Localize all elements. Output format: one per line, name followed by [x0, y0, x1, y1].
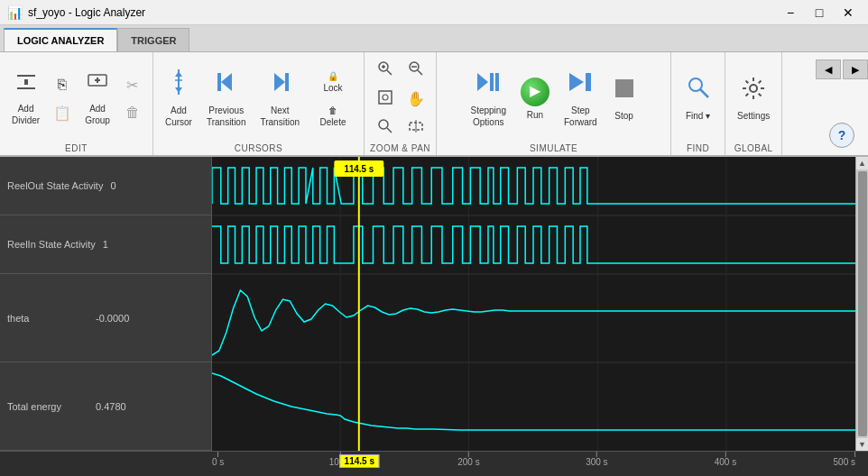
maximize-button[interactable]: □ — [807, 4, 832, 22]
zoom-in-button[interactable] — [371, 57, 400, 84]
tab-trigger[interactable]: TRIGGER — [117, 28, 189, 51]
signal-value-energy: 0.4780 — [96, 401, 126, 412]
svg-rect-0 — [17, 75, 35, 77]
ribbon-nav-left[interactable]: ◀ — [816, 60, 841, 79]
cut-button[interactable]: ✂ — [118, 71, 147, 98]
tick-500s: 500 s — [834, 452, 855, 467]
ribbon-group-edit: AddDivider ⎘ 📋 AddGroup — [0, 52, 153, 155]
window-controls: − □ ✕ — [778, 4, 861, 22]
lock-icon: 🔒 — [328, 70, 338, 82]
svg-marker-10 — [221, 73, 232, 91]
find-group-label: FIND — [677, 142, 719, 153]
find-button[interactable]: Find ▾ — [679, 68, 716, 131]
lock-button[interactable]: 🔒 Lock — [311, 67, 355, 97]
run-icon: ▶ — [521, 78, 549, 106]
paste-button[interactable]: 📋 — [48, 99, 77, 126]
close-button[interactable]: ✕ — [836, 4, 861, 22]
cursors-group-label: CURSORS — [159, 142, 358, 153]
next-transition-icon — [267, 69, 292, 102]
svg-marker-30 — [569, 73, 584, 91]
svg-text:114.5 s: 114.5 s — [344, 164, 374, 174]
help-button[interactable]: ? — [829, 123, 854, 148]
stop-icon — [612, 76, 637, 108]
find-buttons: Find ▾ — [677, 56, 719, 142]
svg-marker-12 — [274, 73, 285, 91]
ribbon-group-simulate: SteppingOptions ▶ Run StepForward Stop — [437, 52, 671, 155]
signal-name-theta: theta — [7, 313, 88, 324]
cut-icon: ✂ — [126, 77, 138, 94]
simulate-group-label: SIMULATE — [442, 142, 665, 153]
svg-rect-1 — [17, 87, 35, 89]
svg-line-34 — [700, 89, 708, 97]
next-transition-button[interactable]: NextTransition — [254, 68, 306, 131]
copy-icon: ⎘ — [58, 77, 67, 93]
step-forward-button[interactable]: StepForward — [558, 68, 604, 131]
svg-rect-13 — [285, 73, 289, 91]
signal-value-theta: -0.0000 — [96, 313, 129, 324]
run-button[interactable]: ▶ Run — [514, 68, 556, 131]
svg-rect-29 — [495, 73, 499, 91]
tab-logic-analyzer[interactable]: LOGIC ANALYZER — [4, 28, 117, 51]
signal-panel: ReelOut State Activity 0 ReelIn State Ac… — [0, 157, 212, 451]
add-group-button[interactable]: AddGroup — [78, 68, 116, 131]
zoom-fit-icon — [377, 89, 393, 109]
global-group-label: GLOBAL — [731, 142, 776, 153]
waveform-svg: 114.5 s — [212, 157, 855, 451]
svg-marker-8 — [175, 87, 182, 93]
zoom-out2-icon — [377, 118, 393, 138]
ribbon-nav-right[interactable]: ▶ — [843, 60, 868, 79]
zoom-in-icon — [377, 60, 393, 80]
find-icon — [687, 76, 710, 108]
ribbon-group-cursors: AddCursor PreviousTransition NextTransit… — [153, 52, 365, 155]
paste-icon: 📋 — [53, 105, 71, 122]
scroll-up-arrow[interactable]: ▲ — [856, 157, 869, 169]
signal-row-reelin: ReelIn State Activity 1 — [0, 215, 211, 274]
minimize-button[interactable]: − — [778, 4, 803, 22]
signal-value-reelout: 0 — [110, 180, 115, 191]
settings-icon — [741, 76, 766, 108]
svg-point-22 — [383, 95, 388, 100]
step-forward-icon — [568, 69, 593, 102]
stepping-options-button[interactable]: SteppingOptions — [464, 68, 512, 131]
stop-button[interactable]: Stop — [605, 68, 643, 131]
zoom-fit-button[interactable] — [371, 86, 400, 113]
svg-line-15 — [387, 70, 392, 75]
zoom-out-icon — [408, 60, 424, 80]
zoom-out2-button[interactable] — [371, 114, 400, 142]
signal-value-reelin: 1 — [103, 239, 108, 250]
copy-button[interactable]: ⎘ — [48, 71, 77, 98]
waveform-area[interactable]: 114.5 s — [212, 157, 855, 451]
zoom-out-button[interactable] — [402, 57, 430, 84]
svg-rect-28 — [490, 73, 494, 91]
add-divider-button[interactable]: AddDivider — [5, 68, 46, 131]
vertical-scrollbar[interactable]: ▲ ▼ — [855, 157, 868, 451]
prev-transition-button[interactable]: PreviousTransition — [200, 68, 253, 131]
add-divider-icon — [15, 71, 37, 100]
settings-button[interactable]: Settings — [731, 68, 776, 131]
tick-0s: 0 s — [212, 452, 224, 467]
zoom-sel-button[interactable] — [402, 114, 430, 142]
edit-group-label: EDIT — [5, 142, 147, 153]
scroll-down-arrow[interactable]: ▼ — [856, 438, 869, 451]
tick-200s: 200 s — [457, 452, 479, 467]
signal-name-reelin: ReelIn State Activity — [7, 239, 96, 250]
add-cursor-button[interactable]: AddCursor — [159, 68, 199, 131]
cursor-time-box: 114.5 s — [340, 454, 379, 468]
tick-400s: 400 s — [715, 452, 736, 467]
ribbon-group-find: Find ▾ FIND — [671, 52, 725, 155]
app-icon: 📊 — [7, 5, 23, 20]
delete-button[interactable]: 🗑 Delete — [311, 101, 355, 132]
svg-line-19 — [418, 70, 422, 75]
svg-marker-7 — [175, 71, 182, 77]
delete-small-button[interactable]: 🗑 — [118, 99, 147, 126]
scroll-thumb[interactable] — [858, 171, 867, 436]
delete-small-icon: 🗑 — [125, 105, 140, 121]
cursors-buttons: AddCursor PreviousTransition NextTransit… — [159, 56, 358, 142]
prev-transition-icon — [214, 69, 239, 102]
title-bar: 📊 sf_yoyo - Logic Analyzer − □ ✕ — [0, 0, 868, 25]
ribbon-group-zoom: ✋ ZOOM & PAN — [365, 52, 437, 155]
pan-button[interactable]: ✋ — [402, 86, 430, 113]
signal-row-energy: Total energy 0.4780 — [0, 362, 211, 451]
tab-bar: LOGIC ANALYZER TRIGGER — [0, 25, 868, 52]
pan-icon: ✋ — [407, 90, 425, 107]
